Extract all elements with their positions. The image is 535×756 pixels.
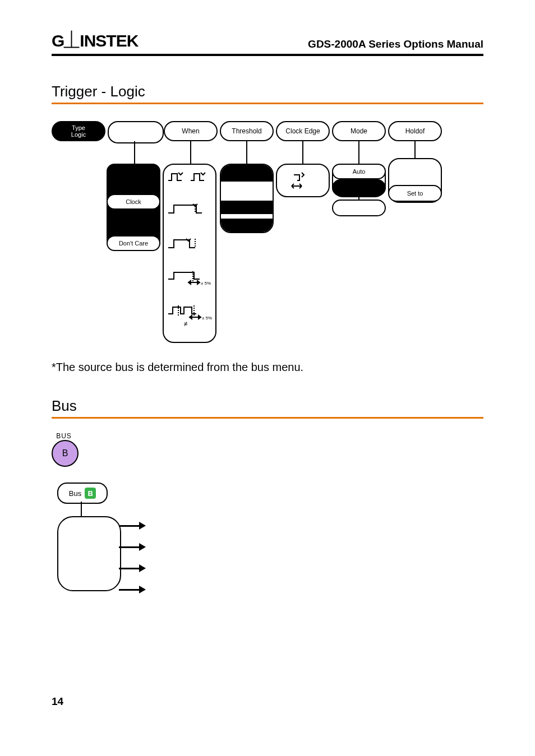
svg-text:≠: ≠ [184,320,188,327]
opt-clock: Clock [107,194,160,210]
wave-row-1 [167,169,212,184]
opt-h [107,164,160,179]
trigger-logic-diagram: Type Logic When Threshold Clock Edge Mod… [52,115,483,351]
bus-target-box [57,516,121,591]
btn-type-line2: Logic [71,131,86,138]
wave-row-2 [167,202,212,216]
btn-holdof: Holdof [388,121,442,141]
bus-pill: Bus B [57,483,108,504]
opt-l [107,179,160,195]
bus-pill-badge: B [85,488,96,499]
bus-diagram: Bus B [52,483,220,628]
bus-button-text: B [62,448,68,458]
clock-edge-group [276,164,330,197]
opt-dont-care: Don't Care [107,235,160,251]
svg-text:± 5%: ± 5% [202,316,212,321]
btn-when: When [164,121,218,141]
page-number: 14 [52,695,483,708]
wave-row-4: ± 5% [167,269,212,287]
bus-pill-text: Bus [69,489,81,498]
manual-title: GDS-2000A Series Options Manual [308,38,483,50]
section-title-trigger-logic: Trigger - Logic [52,83,483,104]
btn-blank [108,121,164,143]
btn-type-logic: Type Logic [52,121,105,141]
mode-auto: Auto [332,164,386,179]
page-header: G⏊INSTEK GDS-2000A Series Options Manual [52,31,483,56]
bus-button[interactable]: B [52,440,79,467]
mode-extra [332,200,386,216]
btn-mode: Mode [332,121,386,141]
wave-row-5: ± 5% ≠ [167,304,214,327]
bus-block: BUS B [52,432,483,467]
wave-row-3 [167,236,212,251]
holdof-set-to: Set to [388,185,442,202]
threshold-group [220,164,274,233]
section-title-bus: Bus [52,397,483,419]
bus-label: BUS [52,432,76,440]
brand-logo: G⏊INSTEK [52,31,138,50]
opt-x [107,210,160,225]
svg-text:± 5%: ± 5% [201,281,211,286]
btn-clock-edge: Clock Edge [276,121,330,141]
mode-dark [332,179,386,196]
btn-type-line1: Type [72,124,85,131]
note-source-bus: *The source bus is determined from the b… [52,361,483,374]
btn-threshold: Threshold [220,121,274,141]
